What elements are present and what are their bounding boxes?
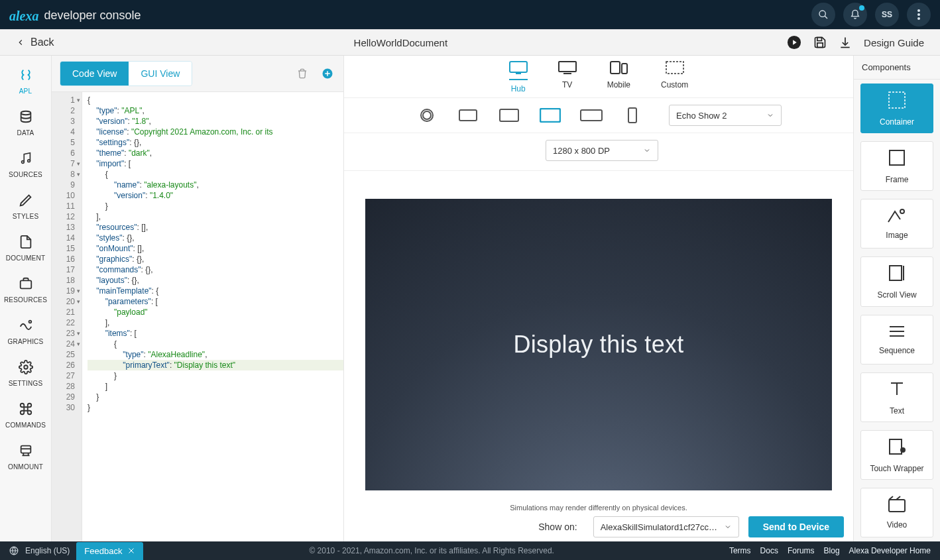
code-line[interactable]: "version": "1.8", <box>88 116 343 127</box>
device-model-select[interactable]: Echo Show 2 <box>669 105 782 126</box>
code-line[interactable]: "primaryText": "Display this text" <box>88 360 343 370</box>
add-button[interactable] <box>320 66 335 82</box>
tab-code-view[interactable]: Code View <box>60 62 129 85</box>
size-round[interactable] <box>416 107 438 123</box>
code-line[interactable]: { <box>88 339 343 349</box>
code-content[interactable]: { "type": "APL", "version": "1.8", "lice… <box>82 92 343 541</box>
code-line[interactable]: } <box>88 370 343 381</box>
code-line[interactable]: "settings": {}, <box>88 137 343 148</box>
code-line[interactable]: "resources": [], <box>88 222 343 233</box>
size-portrait[interactable] <box>621 107 644 123</box>
rail-item-sources[interactable]: SOURCES <box>0 146 52 184</box>
design-guide-link[interactable]: Design Guide <box>864 37 924 48</box>
rail-item-label: ONMOUNT <box>8 463 43 471</box>
size-small-landscape[interactable] <box>457 107 479 123</box>
code-line[interactable]: "import": [ <box>88 158 343 169</box>
viewport-dp-value: 1280 x 800 DP <box>553 146 610 156</box>
footer-link-docs[interactable]: Docs <box>760 546 778 555</box>
size-wide-landscape[interactable] <box>580 107 603 123</box>
frame-icon <box>887 148 907 170</box>
search-button[interactable] <box>811 3 835 27</box>
component-touchwrapper[interactable]: Touch Wrapper <box>860 430 933 480</box>
code-line[interactable]: } <box>88 402 343 413</box>
code-line[interactable]: "theme": "dark", <box>88 148 343 158</box>
code-line[interactable]: "type": "AlexaHeadline", <box>88 349 343 360</box>
code-line[interactable]: } <box>88 201 343 211</box>
more-menu-button[interactable] <box>907 3 931 27</box>
viewport-dp-select[interactable]: 1280 x 800 DP <box>546 140 658 161</box>
play-button[interactable] <box>787 35 801 50</box>
code-line[interactable]: { <box>88 169 343 180</box>
code-line[interactable]: "items": [ <box>88 328 343 339</box>
component-frame[interactable]: Frame <box>860 141 933 191</box>
component-text[interactable]: Text <box>860 372 933 422</box>
plus-circle-icon <box>322 68 333 80</box>
component-label: Frame <box>886 175 909 184</box>
rail-item-data[interactable]: DATA <box>0 104 52 142</box>
code-line[interactable]: ], <box>88 211 343 222</box>
component-video[interactable]: Video <box>860 488 933 537</box>
brand[interactable]: alexa developer console <box>9 7 141 23</box>
svg-rect-28 <box>622 64 627 74</box>
rail-item-commands[interactable]: COMMANDS <box>0 396 52 434</box>
tab-gui-view[interactable]: GUI View <box>129 62 192 85</box>
device-tab-custom[interactable]: Custom <box>661 61 688 93</box>
component-label: Image <box>886 231 908 240</box>
code-line[interactable]: "commands": {}, <box>88 264 343 275</box>
size-medium-landscape[interactable] <box>498 107 520 123</box>
rail-item-styles[interactable]: STYLES <box>0 188 52 225</box>
footer-link-forums[interactable]: Forums <box>788 546 815 555</box>
language-selector[interactable]: English (US) <box>25 546 70 555</box>
component-image[interactable]: Image <box>860 199 933 249</box>
footer-link-blog[interactable]: Blog <box>824 546 840 555</box>
rail-item-resources[interactable]: RESOURCES <box>0 271 52 309</box>
export-button[interactable] <box>839 36 852 49</box>
code-line[interactable]: "parameters": [ <box>88 296 343 307</box>
code-line[interactable]: "payload" <box>88 307 343 317</box>
left-rail: APLDATASOURCESSTYLESDOCUMENTRESOURCESGRA… <box>0 56 52 541</box>
component-scrollview[interactable]: Scroll View <box>860 256 933 306</box>
svg-point-4 <box>917 17 920 20</box>
notifications-button[interactable] <box>843 3 867 27</box>
component-label: Text <box>890 406 904 416</box>
feedback-button[interactable]: Feedback <box>76 542 143 560</box>
rail-item-settings[interactable]: SETTINGS <box>0 355 52 392</box>
code-line[interactable]: ], <box>88 317 343 328</box>
device-tab-tv[interactable]: TV <box>558 61 577 93</box>
footer-link-terms[interactable]: Terms <box>729 546 751 555</box>
code-line[interactable]: "onMount": [], <box>88 243 343 254</box>
size-large-landscape[interactable] <box>539 107 561 123</box>
rail-item-label: RESOURCES <box>4 296 47 304</box>
code-editor[interactable]: 1234567891011121314151617181920212223242… <box>52 92 343 541</box>
device-tab-hub[interactable]: Hub <box>509 61 528 93</box>
device-category-tabs: HubTVMobileCustom <box>344 56 853 98</box>
code-line[interactable]: "graphics": {}, <box>88 254 343 264</box>
component-sequence[interactable]: Sequence <box>860 315 933 364</box>
svg-point-10 <box>21 161 24 164</box>
code-line[interactable]: { <box>88 95 343 105</box>
device-tab-mobile[interactable]: Mobile <box>607 61 630 93</box>
rail-item-onmount[interactable]: ONMOUNT <box>0 438 52 476</box>
rail-item-graphics[interactable]: GRAPHICS <box>0 313 52 351</box>
code-line[interactable]: "mainTemplate": { <box>88 286 343 296</box>
code-line[interactable]: } <box>88 392 343 402</box>
code-line[interactable]: "styles": {}, <box>88 233 343 243</box>
footer-link-alexa-developer-home[interactable]: Alexa Developer Home <box>849 546 931 555</box>
save-button[interactable] <box>813 36 827 49</box>
trash-icon <box>297 68 308 79</box>
send-to-device-button[interactable]: Send to Device <box>748 516 844 537</box>
code-line[interactable]: "type": "APL", <box>88 105 343 116</box>
code-line[interactable]: "version": "1.4.0" <box>88 190 343 201</box>
code-line[interactable]: "license": "Copyright 2021 Amazon.com, I… <box>88 127 343 137</box>
account-avatar[interactable]: SS <box>875 3 899 27</box>
globe-icon <box>9 546 19 555</box>
code-line[interactable]: ] <box>88 381 343 392</box>
rail-item-document[interactable]: DOCUMENT <box>0 229 52 267</box>
rail-item-apl[interactable]: APL <box>0 62 52 100</box>
code-line[interactable]: "layouts": {}, <box>88 275 343 286</box>
component-container[interactable]: Container <box>860 84 933 133</box>
delete-button[interactable] <box>294 66 310 82</box>
alexa-logo: alexa <box>9 9 38 24</box>
code-line[interactable]: "name": "alexa-layouts", <box>88 180 343 190</box>
show-on-select[interactable]: AlexaSkillSimulatord1cf27cc-79c5… <box>593 516 739 537</box>
